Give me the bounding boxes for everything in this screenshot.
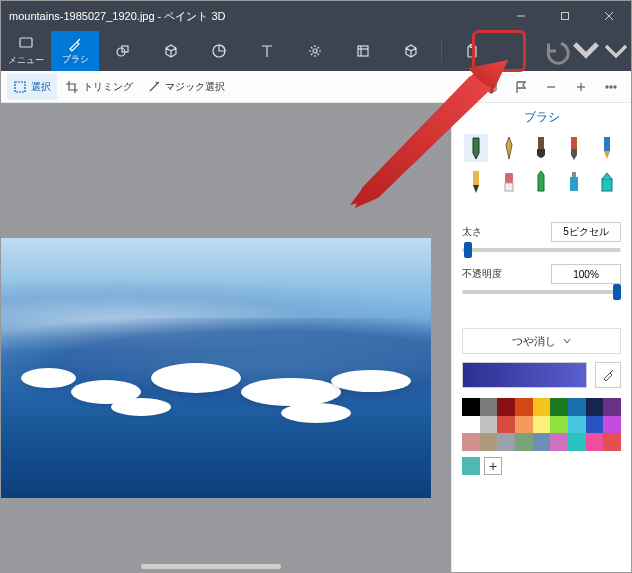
view-3d-button[interactable]: [477, 74, 505, 100]
canvas-area[interactable]: [1, 103, 451, 572]
palette-swatch[interactable]: [497, 398, 515, 416]
palette-swatch[interactable]: [603, 398, 621, 416]
custom-color-1[interactable]: [462, 457, 480, 475]
zoom-out-button[interactable]: [537, 74, 565, 100]
thickness-label: 太さ: [462, 225, 482, 239]
opacity-row: 不透明度: [462, 264, 621, 284]
brush-oil[interactable]: [529, 134, 553, 162]
history-button[interactable]: [571, 31, 601, 71]
palette-swatch[interactable]: [550, 398, 568, 416]
svg-rect-25: [505, 173, 513, 183]
current-color[interactable]: [462, 362, 587, 388]
tab-canvas[interactable]: [339, 31, 387, 71]
close-button[interactable]: [587, 1, 631, 31]
tab-brush[interactable]: ブラシ: [51, 31, 99, 71]
palette-swatch[interactable]: [462, 433, 480, 451]
palette-swatch[interactable]: [603, 416, 621, 434]
undo-button[interactable]: [541, 31, 571, 71]
palette-swatch[interactable]: [586, 416, 604, 434]
horizontal-scrollbar[interactable]: [141, 564, 281, 569]
brush-watercolor[interactable]: [562, 134, 586, 162]
palette-swatch[interactable]: [515, 398, 533, 416]
svg-rect-27: [570, 177, 578, 191]
palette-swatch[interactable]: [533, 433, 551, 451]
custom-colors-row: +: [462, 457, 621, 475]
finish-dropdown[interactable]: つや消し: [462, 328, 621, 354]
crop-button[interactable]: トリミング: [59, 74, 139, 100]
palette-swatch[interactable]: [497, 433, 515, 451]
select-icon: [13, 80, 27, 94]
palette-swatch[interactable]: [533, 416, 551, 434]
palette-swatch[interactable]: [550, 416, 568, 434]
brush-spray[interactable]: [562, 168, 586, 196]
eyedropper-icon: [601, 368, 615, 382]
brush-crayon[interactable]: [529, 168, 553, 196]
brush-marker[interactable]: [464, 134, 488, 162]
svg-rect-22: [571, 137, 577, 149]
svg-point-20: [614, 86, 616, 88]
palette-swatch[interactable]: [497, 416, 515, 434]
thickness-slider[interactable]: [462, 248, 621, 252]
window-title: mountains-1985027_1920.jpg - ペイント 3D: [9, 9, 499, 24]
tab-3d[interactable]: [147, 31, 195, 71]
select-button[interactable]: 選択: [7, 74, 57, 100]
sticker-icon: [211, 43, 227, 59]
color-preview-row: [462, 362, 621, 388]
palette-swatch[interactable]: [603, 433, 621, 451]
palette-swatch[interactable]: [462, 416, 480, 434]
palette-swatch[interactable]: [533, 398, 551, 416]
more-button[interactable]: [597, 74, 625, 100]
tab-library[interactable]: [387, 31, 435, 71]
canvas-image[interactable]: [1, 238, 431, 498]
tab-effects[interactable]: [291, 31, 339, 71]
palette-swatch[interactable]: [568, 433, 586, 451]
opacity-label: 不透明度: [462, 267, 502, 281]
palette-swatch[interactable]: [515, 416, 533, 434]
minimize-button[interactable]: [499, 1, 543, 31]
crop-icon: [65, 80, 79, 94]
opacity-input[interactable]: [551, 264, 621, 284]
tab-text[interactable]: [243, 31, 291, 71]
tab-2d[interactable]: [99, 31, 147, 71]
brush-pencil[interactable]: [464, 168, 488, 196]
tab-paste[interactable]: [448, 31, 496, 71]
clipboard-icon: [464, 43, 480, 59]
text-icon: [259, 43, 275, 59]
brush-pen[interactable]: [595, 134, 619, 162]
palette-swatch[interactable]: [586, 433, 604, 451]
plus-icon: [574, 80, 588, 94]
redo-button[interactable]: [601, 31, 631, 71]
svg-point-8: [313, 49, 317, 53]
svg-point-19: [610, 86, 612, 88]
palette-swatch[interactable]: [462, 398, 480, 416]
palette-swatch[interactable]: [480, 433, 498, 451]
brush-panel: ブラシ 太さ 不透明度: [451, 103, 631, 572]
palette-swatch[interactable]: [515, 433, 533, 451]
opacity-slider[interactable]: [462, 290, 621, 294]
tab-stickers[interactable]: [195, 31, 243, 71]
palette-swatch[interactable]: [586, 398, 604, 416]
thickness-input[interactable]: [551, 222, 621, 242]
palette-swatch[interactable]: [480, 398, 498, 416]
eyedropper-button[interactable]: [595, 362, 621, 388]
shape-2d-icon: [115, 43, 131, 59]
canvas-icon: [355, 43, 371, 59]
menu-button[interactable]: メニュー: [1, 31, 51, 71]
panel-title: ブラシ: [462, 109, 621, 126]
thickness-row: 太さ: [462, 222, 621, 242]
add-color-button[interactable]: +: [484, 457, 502, 475]
more-icon: [604, 80, 618, 94]
maximize-button[interactable]: [543, 1, 587, 31]
palette-swatch[interactable]: [568, 398, 586, 416]
brush-eraser[interactable]: [497, 168, 521, 196]
flag-button[interactable]: [507, 74, 535, 100]
palette-swatch[interactable]: [480, 416, 498, 434]
palette-swatch[interactable]: [568, 416, 586, 434]
menu-icon: [18, 35, 34, 51]
brush-calligraphy[interactable]: [497, 134, 521, 162]
brush-fill[interactable]: [595, 168, 619, 196]
magic-select-button[interactable]: マジック選択: [141, 74, 231, 100]
palette-swatch[interactable]: [550, 433, 568, 451]
zoom-in-button[interactable]: [567, 74, 595, 100]
svg-rect-24: [473, 171, 479, 185]
